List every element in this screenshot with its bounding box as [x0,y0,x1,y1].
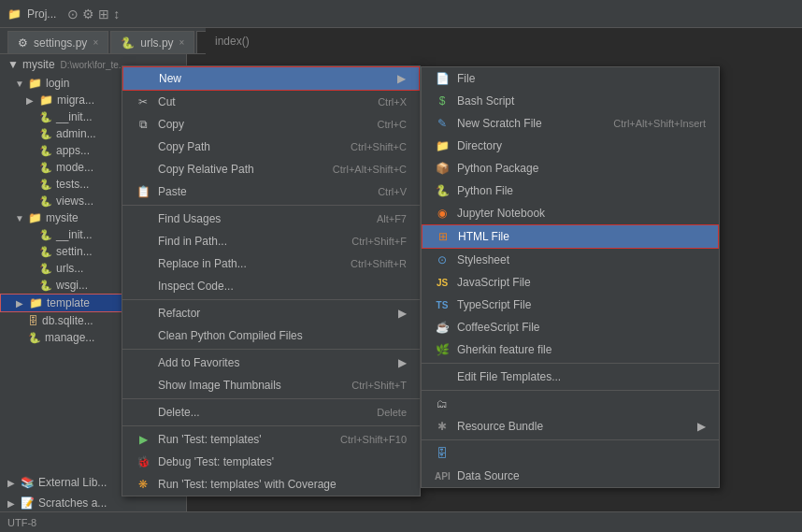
ctx-replacepath-label: Replace in Path... [158,257,247,270]
ctx-run-shortcut: Ctrl+Shift+F10 [340,434,407,445]
sub-stylesheet-label: Stylesheet [457,253,509,266]
sub-item-scratch[interactable]: ✎ New Scratch File Ctrl+Alt+Shift+Insert [422,112,719,135]
sub-scratch-shortcut: Ctrl+Alt+Shift+Insert [613,118,706,129]
sub-bash-left: $ Bash Script [435,94,514,108]
ctx-item-copy[interactable]: ⧉ Copy Ctrl+C [122,113,420,136]
sub-item-ignore[interactable]: ✱ Resource Bundle ▶ [422,415,719,438]
ctx-sep-3 [122,349,420,350]
layout-icon[interactable]: ⊞ [98,7,109,22]
ctx-thumbnails-label: Show Image Thumbnails [158,379,281,392]
sub-item-resource[interactable]: 🗂 [422,393,719,415]
sub-item-package[interactable]: 📦 Python Package [422,157,719,180]
settings-icon[interactable]: ⚙ [82,7,94,22]
ctx-findpath-left: Find in Path... [136,235,227,248]
ctx-item-new[interactable]: New ▶ [122,66,420,91]
ctx-item-delete[interactable]: Delete... Delete [122,401,420,424]
tree-item-label: __init... [56,110,93,123]
ctx-item-refactor[interactable]: Refactor ▶ [122,302,420,324]
sub-http-label: Data Source [457,469,520,482]
sub-item-stylesheet[interactable]: ⊙ Stylesheet [422,249,719,271]
ctx-copyrel-left: Copy Relative Path [136,163,254,176]
sub-item-gherkin[interactable]: 🌿 Gherkin feature file [422,338,719,361]
tab-settings-label: settings.py [34,36,87,50]
sub-item-file[interactable]: 📄 File [422,67,719,90]
ctx-refactor-left: Refactor [136,307,200,320]
tree-item-label: db.sqlite... [42,314,93,327]
copy-icon: ⧉ [136,118,150,131]
ctx-refactor-arrow: ▶ [398,307,407,320]
sub-item-bash[interactable]: $ Bash Script [422,90,719,112]
ctx-item-cut[interactable]: ✂ Cut Ctrl+X [122,91,420,113]
debug-icon: 🐞 [136,455,150,468]
ctx-favorites-left: Add to Favorites [136,356,239,369]
ctx-item-run[interactable]: ▶ Run 'Test: templates' Ctrl+Shift+F10 [122,428,420,451]
ctx-item-find-usages[interactable]: Find Usages Alt+F7 [122,208,420,230]
ctx-item-replace-path[interactable]: Replace in Path... Ctrl+Shift+R [122,252,420,275]
sub-html-left: ⊞ HTML File [436,230,509,243]
ctx-item-run-coverage[interactable]: ❋ Run 'Test: templates' with Coverage [122,473,420,496]
folder-icon: 📁 [28,211,42,224]
ctx-item-paste[interactable]: 📋 Paste Ctrl+V [122,180,420,203]
ctx-findpath-label: Find in Path... [158,235,227,248]
py-icon: 🐍 [39,229,52,241]
sub-item-python[interactable]: 🐍 Python File [422,180,719,202]
py-icon: 🐍 [39,195,52,208]
ctx-inspect-left: Inspect Code... [136,280,234,293]
ctx-item-find-path[interactable]: Find in Path... Ctrl+Shift+F [122,230,420,252]
tree-item-label: mysite [46,211,79,224]
sub-ignore-label: Resource Bundle [457,420,543,433]
tab-settings-close[interactable]: × [93,37,98,48]
sub-item-jupyter[interactable]: ◉ Jupyter Notebook [422,202,719,224]
tree-item-label: settin... [56,245,93,258]
expand-arrow: ▼ [15,79,24,89]
ctx-item-copy-rel[interactable]: Copy Relative Path Ctrl+Alt+Shift+C [122,158,420,180]
sub-directory-left: 📁 Directory [435,139,502,152]
sub-item-edit-templates[interactable]: Edit File Templates... [422,366,719,388]
sub-item-js[interactable]: JS JavaScript File [422,271,719,294]
tab-settings[interactable]: ⚙ settings.py × [7,31,108,53]
ctx-item-favorites[interactable]: Add to Favorites ▶ [122,352,420,374]
directory-icon: 📁 [435,139,450,152]
ctx-item-debug[interactable]: 🐞 Debug 'Test: templates' [122,451,420,473]
py-icon: 🐍 [39,128,52,140]
sub-item-http[interactable]: API Data Source [422,465,719,487]
tree-item-label: migra... [57,93,94,107]
ctx-clean-label: Clean Python Compiled Files [158,329,303,342]
scratches-item[interactable]: ▶ 📝 Scratches a... [0,495,187,511]
nav-back-icon[interactable]: ⊙ [67,7,79,22]
tree-item-label: admin... [56,127,96,140]
ctx-item-copy-path[interactable]: Copy Path Ctrl+Shift+C [122,136,420,158]
scratch-icon: ✎ [435,117,450,130]
py-icon: 🐍 [39,162,52,174]
sub-item-coffee[interactable]: ☕ CoffeeScript File [422,316,719,338]
sub-gherkin-label: Gherkin feature file [457,343,551,356]
pin-icon[interactable]: ↕ [113,7,120,22]
tab-urls-close[interactable]: × [179,37,185,48]
settings-file-icon: ⚙ [18,36,28,50]
tree-item-label: template [47,296,90,309]
ctx-findusages-shortcut: Alt+F7 [377,213,407,224]
ctx-debug-left: 🐞 Debug 'Test: templates' [136,455,274,468]
ctx-clean-left: Clean Python Compiled Files [136,329,303,342]
sub-edittemplates-label: Edit File Templates... [457,370,561,383]
css-icon: ⊙ [435,253,450,266]
sidebar-collapse-icon[interactable]: ▼ [7,58,19,71]
sub-item-html[interactable]: ⊞ HTML File [422,224,719,249]
sub-ignore-arrow: ▶ [697,420,706,433]
sub-item-datasource[interactable]: 🗄 [422,442,719,465]
expand-arrow: ▶ [7,478,17,488]
package-icon: 📦 [435,162,450,175]
status-text: UTF-8 [7,517,36,528]
ctx-item-thumbnails[interactable]: Show Image Thumbnails Ctrl+Shift+T [122,374,420,396]
ctx-item-clean[interactable]: Clean Python Compiled Files [122,324,420,347]
ctx-findusages-left: Find Usages [136,212,221,225]
ctx-copypath-label: Copy Path [158,140,210,153]
ctx-inspect-label: Inspect Code... [158,280,234,293]
tab-urls[interactable]: 🐍 urls.py × [110,31,194,53]
sub-item-ts[interactable]: TS TypeScript File [422,294,719,316]
ts-icon: TS [435,300,450,310]
sub-item-directory[interactable]: 📁 Directory [422,135,719,157]
sub-html-label: HTML File [458,230,509,243]
ctx-item-inspect[interactable]: Inspect Code... [122,275,420,297]
ctx-sep-5 [122,425,420,426]
